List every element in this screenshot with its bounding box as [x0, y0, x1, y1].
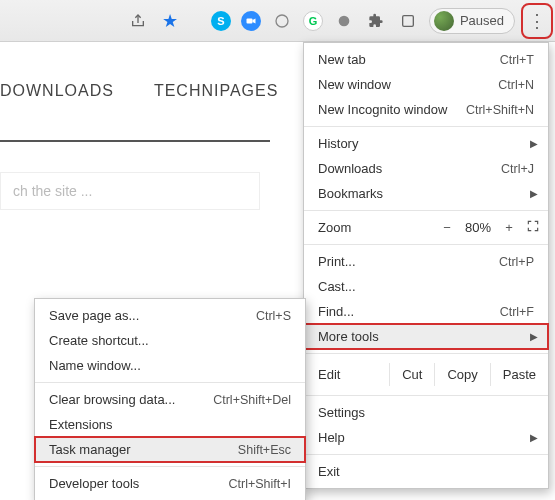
menu-shortcut: Ctrl+Shift+N: [466, 103, 534, 117]
menu-downloads[interactable]: Downloads Ctrl+J: [304, 156, 548, 181]
menu-edit-row: Edit Cut Copy Paste: [304, 358, 548, 391]
menu-label: Print...: [318, 254, 499, 269]
search-input[interactable]: ch the site ...: [0, 172, 260, 210]
menu-label: Find...: [318, 304, 500, 319]
svg-rect-3: [403, 15, 414, 26]
submenu-task-manager[interactable]: Task manager Shift+Esc: [35, 437, 305, 462]
extension-generic-icon[interactable]: [271, 10, 293, 32]
menu-incognito[interactable]: New Incognito window Ctrl+Shift+N: [304, 97, 548, 122]
menu-label: Save page as...: [49, 308, 256, 323]
menu-shortcut: Ctrl+Shift+Del: [213, 393, 291, 407]
menu-history[interactable]: History ▶: [304, 131, 548, 156]
browser-toolbar: ★ S G Paused ⋮: [0, 0, 555, 42]
zoom-label: Zoom: [318, 220, 436, 235]
share-icon[interactable]: [127, 10, 149, 32]
menu-separator: [304, 126, 548, 127]
submenu-arrow-icon: ▶: [530, 188, 538, 199]
menu-find[interactable]: Find... Ctrl+F: [304, 299, 548, 324]
menu-shortcut: Ctrl+Shift+I: [228, 477, 291, 491]
menu-label: Task manager: [49, 442, 238, 457]
menu-label: New Incognito window: [318, 102, 466, 117]
menu-bookmarks[interactable]: Bookmarks ▶: [304, 181, 548, 206]
menu-separator: [35, 382, 305, 383]
edit-cut-button[interactable]: Cut: [389, 363, 434, 386]
menu-label: Name window...: [49, 358, 291, 373]
menu-shortcut: Shift+Esc: [238, 443, 291, 457]
submenu-create-shortcut[interactable]: Create shortcut...: [35, 328, 305, 353]
edit-paste-button[interactable]: Paste: [490, 363, 548, 386]
submenu-arrow-icon: ▶: [530, 432, 538, 443]
menu-label: Clear browsing data...: [49, 392, 213, 407]
extension-zoom-icon[interactable]: [241, 11, 261, 31]
menu-label: Cast...: [318, 279, 534, 294]
submenu-name-window[interactable]: Name window...: [35, 353, 305, 378]
menu-separator: [304, 454, 548, 455]
submenu-extensions[interactable]: Extensions: [35, 412, 305, 437]
submenu-arrow-icon: ▶: [530, 138, 538, 149]
extensions-puzzle-icon[interactable]: [365, 10, 387, 32]
reading-list-icon[interactable]: [397, 10, 419, 32]
menu-label: Exit: [318, 464, 534, 479]
menu-shortcut: Ctrl+S: [256, 309, 291, 323]
menu-shortcut: Ctrl+F: [500, 305, 534, 319]
extension-skype-icon[interactable]: S: [211, 11, 231, 31]
svg-point-2: [339, 15, 350, 26]
menu-print[interactable]: Print... Ctrl+P: [304, 249, 548, 274]
zoom-out-button[interactable]: −: [436, 220, 458, 235]
menu-label: More tools: [318, 329, 534, 344]
page-tab-technipages[interactable]: TECHNIPAGES: [154, 82, 279, 100]
extension-generic2-icon[interactable]: [333, 10, 355, 32]
menu-label: New tab: [318, 52, 500, 67]
menu-label: New window: [318, 77, 498, 92]
menu-label: Bookmarks: [318, 186, 534, 201]
menu-label: Extensions: [49, 417, 291, 432]
svg-rect-0: [246, 18, 252, 23]
menu-exit[interactable]: Exit: [304, 459, 548, 484]
edit-label: Edit: [318, 367, 389, 382]
submenu-clear-browsing-data[interactable]: Clear browsing data... Ctrl+Shift+Del: [35, 387, 305, 412]
menu-label: Downloads: [318, 161, 501, 176]
zoom-in-button[interactable]: +: [498, 220, 520, 235]
profile-pill[interactable]: Paused: [429, 8, 515, 34]
menu-shortcut: Ctrl+T: [500, 53, 534, 67]
page-background: DOWNLOADS TECHNIPAGES ch the site ...: [0, 42, 278, 210]
page-tab-downloads[interactable]: DOWNLOADS: [0, 82, 114, 100]
menu-zoom-row: Zoom − 80% +: [304, 215, 548, 240]
menu-separator: [304, 353, 548, 354]
menu-help[interactable]: Help ▶: [304, 425, 548, 450]
menu-cast[interactable]: Cast...: [304, 274, 548, 299]
edit-copy-button[interactable]: Copy: [434, 363, 489, 386]
menu-label: Settings: [318, 405, 534, 420]
extension-grammarly-icon[interactable]: G: [303, 11, 323, 31]
menu-separator: [304, 244, 548, 245]
submenu-developer-tools[interactable]: Developer tools Ctrl+Shift+I: [35, 471, 305, 496]
more-tools-submenu: Save page as... Ctrl+S Create shortcut..…: [34, 298, 306, 500]
menu-label: Help: [318, 430, 534, 445]
menu-label: Developer tools: [49, 476, 228, 491]
menu-separator: [304, 210, 548, 211]
chrome-main-menu: New tab Ctrl+T New window Ctrl+N New Inc…: [303, 42, 549, 489]
menu-separator: [304, 395, 548, 396]
submenu-arrow-icon: ▶: [530, 331, 538, 342]
svg-point-1: [276, 15, 288, 27]
profile-avatar-icon: [434, 11, 454, 31]
menu-label: History: [318, 136, 534, 151]
menu-settings[interactable]: Settings: [304, 400, 548, 425]
menu-label: Create shortcut...: [49, 333, 291, 348]
profile-status-label: Paused: [460, 13, 504, 28]
menu-shortcut: Ctrl+J: [501, 162, 534, 176]
submenu-save-page[interactable]: Save page as... Ctrl+S: [35, 303, 305, 328]
menu-separator: [35, 466, 305, 467]
bookmark-star-icon[interactable]: ★: [159, 10, 181, 32]
menu-shortcut: Ctrl+N: [498, 78, 534, 92]
menu-new-tab[interactable]: New tab Ctrl+T: [304, 47, 548, 72]
menu-shortcut: Ctrl+P: [499, 255, 534, 269]
page-separator: [0, 140, 270, 142]
menu-more-tools[interactable]: More tools ▶: [304, 324, 548, 349]
fullscreen-icon[interactable]: [526, 219, 540, 236]
zoom-percent: 80%: [458, 220, 498, 235]
chrome-menu-button[interactable]: ⋮: [525, 7, 549, 35]
menu-new-window[interactable]: New window Ctrl+N: [304, 72, 548, 97]
